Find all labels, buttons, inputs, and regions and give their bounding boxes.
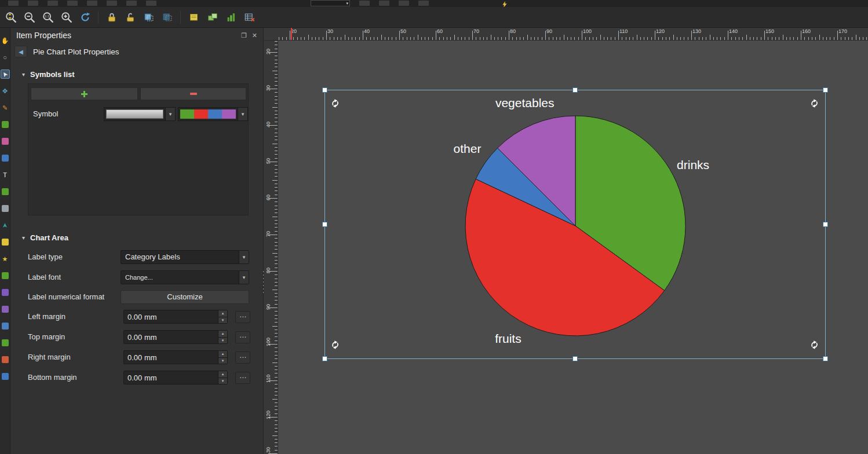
- vertical-ruler[interactable]: 2030405060708090100110120130: [264, 41, 278, 454]
- resize-handle-middle-right[interactable]: [823, 222, 828, 227]
- pan-view-icon[interactable]: [359, 1, 370, 6]
- unlock-items-button[interactable]: [122, 9, 138, 25]
- spin-down-icon[interactable]: ▾: [218, 378, 227, 385]
- zoom-level-combo[interactable]: ▾: [311, 0, 350, 6]
- deselect-all-button[interactable]: [159, 9, 175, 25]
- left-margin-spinbox[interactable]: ▴ ▾: [123, 310, 228, 324]
- symbol-colors-combo[interactable]: ▾: [178, 107, 248, 121]
- left-margin-input[interactable]: [124, 310, 218, 323]
- add-fixed-table-tool[interactable]: [1, 338, 10, 347]
- layout-canvas[interactable]: drinksfruitsothervegetables: [278, 41, 868, 454]
- close-panel-icon[interactable]: ✕: [252, 32, 257, 39]
- spin-down-icon[interactable]: ▾: [218, 317, 227, 324]
- right-margin-spinbox[interactable]: ▴ ▾: [123, 350, 228, 364]
- copy-icon[interactable]: [146, 1, 156, 6]
- lock-items-button[interactable]: [104, 9, 119, 25]
- select-all-button[interactable]: [141, 9, 156, 25]
- zoom-out-button[interactable]: [21, 9, 37, 25]
- select-icon[interactable]: [399, 1, 409, 6]
- new-layout-icon[interactable]: [8, 1, 19, 6]
- move-item-content-tool[interactable]: ✥: [1, 86, 10, 96]
- resize-handle-bottom-left[interactable]: [322, 356, 327, 361]
- zoom-actual-button[interactable]: 1:1: [40, 9, 56, 25]
- add-scalebar-tool[interactable]: [1, 204, 10, 213]
- symbol-line-combo[interactable]: ▾: [104, 107, 176, 121]
- add-label-tool[interactable]: T: [1, 170, 10, 180]
- select-move-item-tool-glyph: ➤: [1, 70, 9, 78]
- resize-handle-top-middle[interactable]: [572, 87, 578, 93]
- right-margin-override-button[interactable]: ⋯: [235, 352, 250, 364]
- rotate-handle-icon[interactable]: [809, 98, 820, 109]
- rotate-handle-icon[interactable]: [330, 340, 341, 350]
- remove-symbol-button[interactable]: [140, 87, 246, 100]
- spin-up-icon[interactable]: ▴: [218, 371, 227, 378]
- add-legend-tool[interactable]: [1, 187, 10, 196]
- pan-tool[interactable]: ✋: [1, 36, 10, 45]
- customize-button[interactable]: Customize: [121, 290, 249, 304]
- zoom-view-icon[interactable]: [379, 1, 389, 6]
- resize-handle-bottom-middle[interactable]: [572, 356, 578, 361]
- undo-icon[interactable]: [107, 1, 117, 6]
- left-margin-override-button[interactable]: ⋯: [235, 311, 250, 323]
- spin-down-icon[interactable]: ▾: [218, 358, 227, 364]
- ruler-tick: [352, 37, 352, 40]
- resize-handle-top-left[interactable]: [322, 87, 327, 93]
- add-north-arrow-tool[interactable]: ➤: [1, 221, 10, 230]
- run-action-icon[interactable]: [502, 1, 512, 6]
- save-icon[interactable]: [28, 1, 38, 6]
- selected-item-frame[interactable]: [324, 90, 826, 359]
- top-margin-input[interactable]: [124, 331, 218, 343]
- bottom-margin-override-button[interactable]: ⋯: [235, 372, 250, 384]
- rotate-handle-icon[interactable]: [809, 340, 820, 350]
- add-shape-tool[interactable]: [1, 237, 10, 247]
- snap-grid-icon[interactable]: [418, 1, 429, 6]
- charts-button[interactable]: [223, 9, 239, 25]
- add-chart-tool[interactable]: [1, 372, 10, 381]
- refresh-view-button[interactable]: [77, 9, 93, 25]
- resize-handle-middle-left[interactable]: [322, 222, 327, 227]
- spin-up-icon[interactable]: ▴: [218, 331, 227, 338]
- export-image-icon[interactable]: [48, 1, 58, 6]
- spin-down-icon[interactable]: ▾: [218, 338, 227, 344]
- attribute-table-button[interactable]: [242, 9, 257, 25]
- label-font-combo[interactable]: Change... ▾: [121, 270, 249, 284]
- symbols-list-section-header[interactable]: ▾ Symbols list: [10, 68, 263, 80]
- zoom-full-button[interactable]: [3, 9, 19, 25]
- raise-items-button[interactable]: [186, 9, 202, 25]
- add-html-tool[interactable]: [1, 305, 10, 314]
- add-marker-tool[interactable]: ★: [1, 254, 10, 263]
- back-button[interactable]: ◀: [14, 46, 27, 57]
- lower-items-button[interactable]: [205, 9, 220, 25]
- zoom-in-button[interactable]: [59, 9, 74, 25]
- top-margin-override-button[interactable]: ⋯: [235, 331, 250, 343]
- add-3d-map-tool[interactable]: [1, 137, 10, 146]
- ruler-corner: [264, 28, 278, 41]
- export-pdf-icon[interactable]: [67, 1, 78, 6]
- resize-handle-bottom-right[interactable]: [823, 356, 828, 361]
- add-node-item-tool[interactable]: [1, 288, 10, 297]
- redo-icon[interactable]: [126, 1, 137, 6]
- label-type-combo[interactable]: Category Labels ▾: [121, 250, 249, 264]
- spin-up-icon[interactable]: ▴: [218, 310, 227, 317]
- right-margin-input[interactable]: [124, 351, 218, 364]
- bottom-margin-spinbox[interactable]: ▴ ▾: [123, 371, 228, 385]
- bottom-margin-input[interactable]: [124, 371, 218, 384]
- add-attribute-table-tool[interactable]: [1, 321, 10, 331]
- add-elevation-profile-tool[interactable]: [1, 355, 10, 364]
- resize-handle-top-right[interactable]: [823, 87, 828, 93]
- add-map-tool[interactable]: [1, 120, 10, 129]
- add-picture-tool[interactable]: [1, 153, 10, 163]
- select-move-item-tool[interactable]: ➤: [1, 69, 10, 79]
- rotate-handle-icon[interactable]: [330, 98, 341, 109]
- edit-nodes-item-tool[interactable]: ✎: [1, 103, 10, 112]
- top-margin-spinbox[interactable]: ▴ ▾: [123, 330, 228, 344]
- horizontal-ruler[interactable]: 2030405060708090100110120130140150160170: [278, 28, 868, 41]
- chart-area-section-header[interactable]: ▾ Chart Area: [10, 232, 263, 243]
- ruler-tick: [607, 37, 608, 40]
- print-icon[interactable]: [87, 1, 97, 6]
- zoom-tool[interactable]: ○: [1, 53, 10, 62]
- add-arrow-tool[interactable]: [1, 271, 10, 280]
- float-panel-icon[interactable]: ❐: [241, 32, 247, 39]
- spin-up-icon[interactable]: ▴: [218, 351, 227, 358]
- add-symbol-button[interactable]: [31, 87, 138, 100]
